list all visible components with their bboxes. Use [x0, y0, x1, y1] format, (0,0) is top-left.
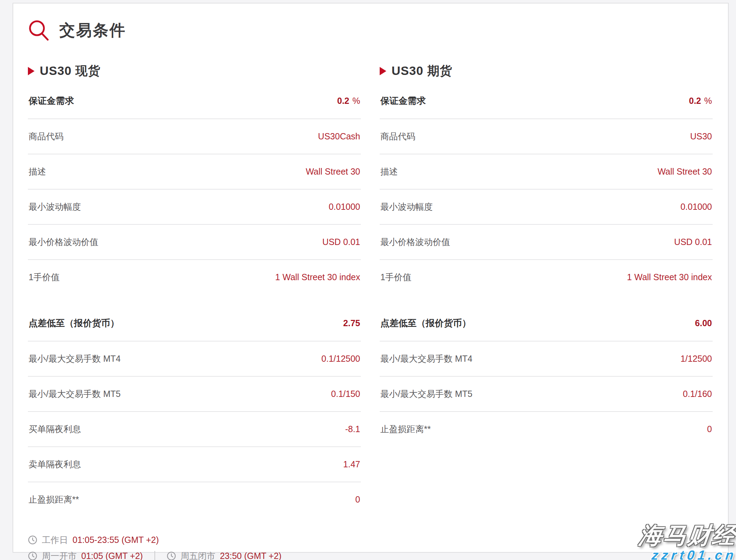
row-label: 卖单隔夜利息 [29, 459, 81, 470]
table-row: 最小价格波动价值 USD 0.01 [28, 225, 361, 260]
row-value: 0.2% [689, 96, 712, 106]
triangle-right-icon [28, 67, 35, 75]
row-value: 1/12500 [681, 354, 712, 364]
column-us30-futures: US30 期货 保证金需求 0.2% 商品代码 US30 描述 Wall Str… [380, 59, 713, 517]
column-us30-spot: US30 现货 保证金需求 0.2% 商品代码 US30Cash 描述 Wall… [28, 59, 361, 517]
vertical-divider [154, 551, 155, 560]
row-label: 商品代码 [29, 131, 63, 142]
row-label: 最小/最大交易手数 MT5 [380, 388, 472, 400]
table-row: 1手价值 1 Wall Street 30 index [380, 260, 713, 294]
monday-open-label: 周一开市 [42, 550, 77, 560]
row-value-number: 0.2 [337, 96, 349, 106]
clock-icon [28, 535, 37, 545]
table-row: 最小/最大交易手数 MT4 1/12500 [380, 342, 713, 377]
triangle-right-icon [380, 67, 386, 75]
section-title: US30 现货 [40, 63, 100, 79]
section-header-spot: US30 现货 [28, 63, 361, 79]
table-row: 商品代码 US30Cash [28, 119, 361, 154]
row-value-unit: % [352, 96, 360, 106]
table-row: 描述 Wall Street 30 [380, 154, 713, 190]
row-value: USD 0.01 [674, 237, 712, 247]
table-row: 商品代码 US30 [380, 119, 713, 154]
table-row: 最小波动幅度 0.01000 [380, 190, 713, 225]
row-label: 保证金需求 [29, 95, 74, 107]
row-value: Wall Street 30 [658, 167, 712, 177]
row-label: 保证金需求 [380, 95, 426, 107]
row-value: US30 [690, 131, 712, 141]
row-value-unit: % [704, 96, 712, 106]
friday-close-label: 周五闭市 [181, 550, 215, 560]
row-value: 0.01000 [681, 202, 712, 212]
row-value: 0.1/150 [331, 389, 360, 399]
row-value: Wall Street 30 [306, 167, 360, 177]
workday-hours-line: 工作日 01:05-23:55 (GMT +2) [28, 534, 713, 546]
row-value: 1 Wall Street 30 index [275, 272, 360, 282]
row-label: 最小/最大交易手数 MT4 [380, 353, 472, 365]
section-title: US30 期货 [392, 63, 452, 79]
row-value-number: 0.2 [689, 96, 701, 106]
futures-group-2: 点差低至（报价货币） 6.00 最小/最大交易手数 MT4 1/12500 最小… [380, 306, 713, 446]
conditions-columns: US30 现货 保证金需求 0.2% 商品代码 US30Cash 描述 Wall… [28, 59, 713, 517]
table-row: 最小/最大交易手数 MT5 0.1/160 [380, 377, 713, 412]
table-row: 最小价格波动价值 USD 0.01 [380, 225, 713, 260]
table-row: 最小/最大交易手数 MT5 0.1/150 [28, 377, 361, 412]
row-label: 买单隔夜利息 [29, 423, 81, 435]
clock-icon [28, 551, 37, 560]
row-label: 描述 [29, 166, 46, 177]
table-row: 点差低至（报价货币） 2.75 [28, 306, 361, 342]
table-row: 描述 Wall Street 30 [28, 154, 361, 190]
table-row: 点差低至（报价货币） 6.00 [380, 306, 713, 342]
spot-group-2: 点差低至（报价货币） 2.75 最小/最大交易手数 MT4 0.1/12500 … [28, 306, 361, 517]
table-row: 买单隔夜利息 -8.1 [28, 412, 361, 447]
row-label: 止盈损距离** [29, 494, 79, 505]
row-value: 1.47 [343, 459, 360, 469]
table-row: 保证金需求 0.2% [380, 83, 713, 119]
row-label: 最小价格波动价值 [380, 236, 450, 248]
row-label: 止盈损距离** [380, 423, 431, 435]
row-value: 0.01000 [329, 202, 360, 212]
table-row: 止盈损距离** 0 [380, 412, 713, 446]
table-row: 1手价值 1 Wall Street 30 index [28, 260, 361, 294]
row-label: 最小/最大交易手数 MT5 [29, 388, 121, 400]
table-row: 最小波动幅度 0.01000 [28, 190, 361, 225]
row-value: 0 [355, 494, 360, 505]
table-row: 最小/最大交易手数 MT4 0.1/12500 [28, 342, 361, 377]
open-close-hours-line: 周一开市 01:05 (GMT +2) 周五闭市 23:50 (GMT +2) [28, 550, 713, 560]
row-value: 0 [707, 424, 712, 434]
row-value: 1 Wall Street 30 index [627, 272, 712, 282]
search-icon [28, 20, 50, 41]
row-label: 1手价值 [29, 271, 60, 283]
row-label: 点差低至（报价货币） [380, 317, 471, 329]
row-label: 最小波动幅度 [29, 201, 81, 213]
row-label: 描述 [380, 166, 398, 177]
row-value: US30Cash [318, 131, 360, 141]
row-value: 0.2% [337, 96, 360, 106]
table-row: 保证金需求 0.2% [28, 83, 361, 119]
trading-conditions-card: 交易条件 US30 现货 保证金需求 0.2% 商品代码 US30Cash 描述 [13, 3, 729, 553]
friday-close-time: 23:50 (GMT +2) [220, 551, 282, 560]
row-label: 最小/最大交易手数 MT4 [29, 353, 121, 365]
row-label: 1手价值 [380, 271, 411, 283]
row-label: 最小波动幅度 [380, 201, 433, 213]
workday-label: 工作日 [42, 534, 68, 546]
row-value: -8.1 [345, 424, 360, 434]
section-header-futures: US30 期货 [380, 63, 713, 79]
futures-group-1: 保证金需求 0.2% 商品代码 US30 描述 Wall Street 30 最… [380, 83, 713, 294]
row-label: 最小价格波动价值 [29, 236, 98, 248]
row-label: 商品代码 [380, 131, 415, 142]
row-value: 0.1/12500 [321, 354, 360, 364]
row-value: 0.1/160 [683, 389, 712, 399]
page-header: 交易条件 [28, 20, 713, 41]
workday-time: 01:05-23:55 (GMT +2) [73, 535, 159, 545]
trading-hours-footer: 工作日 01:05-23:55 (GMT +2) 周一开市 01:05 (GMT… [28, 534, 713, 560]
page-title: 交易条件 [59, 20, 126, 41]
monday-open-time: 01:05 (GMT +2) [81, 551, 143, 560]
row-value: USD 0.01 [323, 237, 360, 247]
table-row: 止盈损距离** 0 [28, 482, 361, 517]
row-value: 6.00 [695, 318, 712, 328]
row-label: 点差低至（报价货币） [29, 317, 119, 329]
row-value: 2.75 [343, 318, 360, 328]
spot-group-1: 保证金需求 0.2% 商品代码 US30Cash 描述 Wall Street … [28, 83, 361, 294]
clock-icon [167, 551, 176, 560]
table-row: 卖单隔夜利息 1.47 [28, 447, 361, 482]
